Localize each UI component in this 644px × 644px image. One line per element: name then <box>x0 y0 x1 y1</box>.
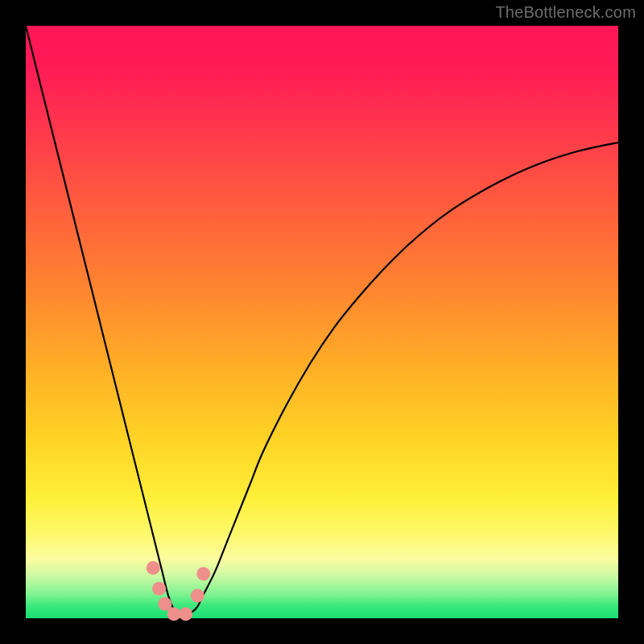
marker-dot <box>152 582 166 596</box>
marker-dot <box>167 607 181 621</box>
marker-dot <box>191 589 204 603</box>
marker-dot <box>179 607 192 621</box>
watermark-text: TheBottleneck.com <box>495 3 636 22</box>
marker-dot <box>196 567 210 580</box>
plot-area <box>26 26 618 618</box>
chart-svg <box>26 26 618 618</box>
bottleneck-curve <box>26 26 618 616</box>
marker-group <box>147 561 211 621</box>
marker-dot <box>147 561 160 575</box>
chart-frame: TheBottleneck.com <box>0 0 644 644</box>
